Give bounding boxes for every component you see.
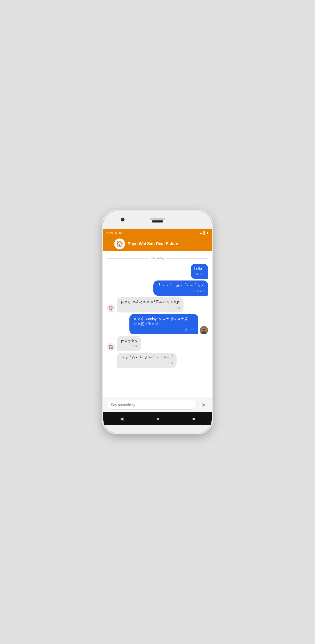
earpiece [152,220,163,222]
home-nav-button[interactable]: ● [156,416,159,422]
status-right: ▲ ▌ ▮ [200,231,209,235]
house-avatar-icon: 🏠 [109,306,114,311]
message-bubble: မနက်ပိုင်း ၆နံးဆက်လုိက်ပါမယ် 18h [117,353,177,368]
message-input[interactable] [106,400,197,410]
message-text: မနက်ပိုင်း ၆နံးဆက်လုိက်ပါမယ် [120,355,173,360]
status-left: 9:59 ⚙ ◎ [106,231,122,235]
status-time: 9:59 [106,231,113,235]
bottom-nav: ◀ ● ■ [103,412,212,425]
svg-point-1 [202,328,206,331]
message-time: 19h ✓✓ [157,289,204,293]
back-button[interactable]: ← [106,241,112,247]
message-bubble: hello 19h ✓✓ [191,264,208,279]
message-row: လာမယ့် Sunday မနက် ပိုင်းလောက်ဆို အဆင်ပြ… [107,314,208,334]
message-text: ဒီအခန်းကြည့်ချင်ပါတယ် ရှင် [157,283,204,288]
signal-icon: ▌ [203,231,206,235]
message-row: ဒီအခန်းကြည့်ချင်ပါတယ် ရှင် 19h ✓✓ [107,280,208,296]
message-row: hello 19h ✓✓ [107,264,208,279]
message-bubble: လာမယ့် Sunday မနက် ပိုင်းလောက်ဆို အဆင်ပြ… [129,314,198,334]
message-time: 18h ✓✓ [133,328,195,332]
message-text: ဟုတ်ကဲ့ပါမျာ [120,338,138,344]
sender-avatar: 🏠 [107,304,115,312]
settings-icon: ⚙ [115,231,118,235]
phone-screen: 9:59 ⚙ ◎ ▲ ▌ ▮ ← 🏠 Phyo Wai San Real Est… [103,229,212,425]
svg-point-3 [203,329,204,329]
speaker-slot [150,218,165,220]
wifi-icon: ▲ [200,231,203,235]
input-area: ➤ [103,397,212,412]
send-button[interactable]: ➤ [199,400,209,410]
message-row: မနက်ပိုင်း ၆နံးဆက်လုိက်ပါမယ် 18h [107,353,208,368]
phone-bezel-top [103,211,212,229]
message-text: ဟုတ်ကဲ့ ဘယ်နေ့လောက် လုိက်ပြပေးရမလဲမျာ [120,300,180,305]
sender-avatar: 🏠 [107,343,115,351]
date-divider: Yesterday [107,257,208,260]
recents-nav-button[interactable]: ■ [192,416,195,422]
status-bar: 9:59 ⚙ ◎ ▲ ▌ ▮ [103,229,212,236]
camera-lens [121,218,125,221]
message-row: 🏠 ဟုတ်ကဲ့ပါမျာ 18h [107,336,208,351]
contact-avatar: 🏠 [114,238,125,249]
contact-name: Phyo Wai San Real Estate [128,242,178,246]
message-text: လာမယ့် Sunday မနက် ပိုင်းလောက်ဆို အဆင်ပြ… [133,317,195,327]
date-label: Yesterday [151,257,164,260]
message-row: 🏠 ဟုတ်ကဲ့ ဘယ်နေ့လောက် လုိက်ပြပေးရမလဲမျာ … [107,297,208,312]
svg-point-4 [204,329,205,329]
phone-device: 9:59 ⚙ ◎ ▲ ▌ ▮ ← 🏠 Phyo Wai San Real Est… [103,211,212,433]
phone-bezel-bottom [103,425,212,433]
message-bubble: ဒီအခန်းကြည့်ချင်ပါတယ် ရှင် 19h ✓✓ [153,280,208,296]
user-avatar [200,326,208,334]
battery-icon: ▮ [207,231,209,235]
refresh-icon: ◎ [119,231,122,235]
message-bubble: ဟုတ်ကဲ့ ဘယ်နေ့လောက် လုိက်ပြပေးရမလဲမျာ 19… [117,297,184,312]
message-bubble: ဟုတ်ကဲ့ပါမျာ 18h [117,336,141,351]
house-icon: 🏠 [116,241,123,247]
message-text: hello [194,266,204,271]
message-time: 19h ✓✓ [194,273,204,276]
back-nav-button[interactable]: ◀ [120,416,123,422]
house-avatar-icon: 🏠 [109,344,114,349]
message-time: 19h [120,306,180,310]
message-time: 18h [120,344,138,348]
messages-area: Yesterday hello 19h ✓✓ ဒီအခန်းကြည့်ချင်ပ… [103,251,212,397]
chat-header: ← 🏠 Phyo Wai San Real Estate [103,236,212,251]
message-time: 18h [120,361,173,365]
